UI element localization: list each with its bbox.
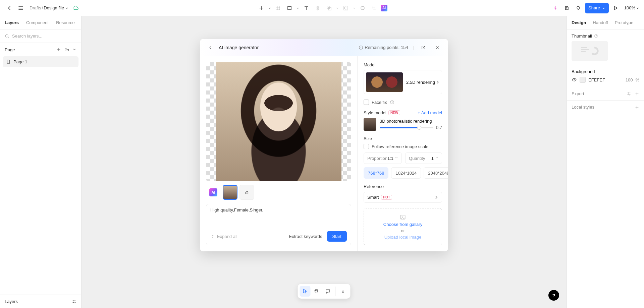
chevron-down-icon[interactable] <box>296 6 300 10</box>
chevron-down-icon[interactable] <box>338 286 348 297</box>
bg-opacity[interactable]: 100 <box>626 77 633 82</box>
image-icon <box>399 214 406 221</box>
pointer-tool[interactable] <box>300 286 311 297</box>
locked-variant-thumb[interactable] <box>239 185 254 200</box>
back-icon[interactable] <box>5 3 14 13</box>
frame-icon[interactable] <box>273 3 283 13</box>
zoom-control[interactable]: 100% <box>624 5 639 10</box>
help-fab[interactable]: ? <box>548 290 559 301</box>
model-selector[interactable]: 2.5D rendering <box>364 70 442 94</box>
reference-value: Smart <box>367 195 379 200</box>
tab-resource[interactable]: Resource <box>56 20 75 25</box>
circle-icon[interactable] <box>358 3 367 13</box>
eye-icon[interactable] <box>572 77 577 82</box>
image-variant-thumb[interactable] <box>223 185 237 200</box>
mask-icon[interactable] <box>341 3 351 13</box>
size-chip-1024[interactable]: 1024*1024 <box>391 167 421 179</box>
settings-icon[interactable] <box>72 299 76 304</box>
chevron-down-icon[interactable] <box>72 47 76 52</box>
page-item[interactable]: Page 1 <box>3 56 78 67</box>
bolt-icon[interactable] <box>551 3 560 13</box>
close-icon[interactable] <box>433 43 442 52</box>
bg-unit: % <box>635 77 639 82</box>
tab-handoff[interactable]: Handoff <box>593 20 608 25</box>
settings-icon[interactable] <box>627 91 631 96</box>
upload-local-link[interactable]: Upload local image <box>384 235 422 240</box>
tab-component[interactable]: Component <box>26 20 49 25</box>
svg-point-9 <box>74 302 75 303</box>
add-model-link[interactable]: + Add model <box>418 110 442 115</box>
proportion-label: Proportion <box>367 156 387 161</box>
reference-dropzone[interactable]: Choose from gallary or Upload local imag… <box>364 208 442 245</box>
svg-point-23 <box>629 94 630 95</box>
tab-prototype[interactable]: Prototype <box>615 20 634 25</box>
popout-icon[interactable] <box>419 43 428 52</box>
svg-rect-20 <box>581 51 586 52</box>
hand-tool[interactable] <box>311 286 322 297</box>
thumbnail-preview[interactable] <box>572 41 608 61</box>
reference-selector[interactable]: SmartHOT <box>364 192 442 203</box>
toolbar-tools: AI <box>257 3 387 13</box>
canvas[interactable]: AI image generator Remaining points: 154… <box>82 16 567 308</box>
export-icon[interactable] <box>562 3 572 13</box>
breadcrumb[interactable]: Drafts / Design file <box>30 5 69 10</box>
comment-tool[interactable] <box>323 286 333 297</box>
right-tabs: Design Handoff Prototype <box>567 16 644 29</box>
menu-icon[interactable] <box>16 3 25 13</box>
quantity-select[interactable]: Quantity1 <box>405 152 442 164</box>
prompt-box: Expand all Extract keywords Start <box>206 204 351 245</box>
bg-swatch[interactable] <box>580 77 586 83</box>
help-icon[interactable]: ? <box>594 34 598 38</box>
boolean-icon[interactable] <box>324 3 334 13</box>
plus-icon[interactable] <box>635 91 639 96</box>
svg-text:?: ? <box>391 101 393 104</box>
rectangle-icon[interactable] <box>285 3 294 13</box>
svg-rect-0 <box>288 6 291 10</box>
prompt-input[interactable] <box>210 207 347 221</box>
search-input[interactable] <box>12 34 76 39</box>
expand-all[interactable]: Expand all <box>210 234 237 239</box>
left-tabs: Layers Component Resource <box>0 16 81 29</box>
bg-hex[interactable]: EFEFEF <box>588 77 623 82</box>
remaining-points: Remaining points: 154 <box>359 45 408 50</box>
share-button[interactable]: Share <box>585 3 609 13</box>
style-model-row[interactable]: 3D photorealistic rendering 0.7 <box>364 118 442 131</box>
proportion-select[interactable]: Proportion1:1 <box>364 152 402 164</box>
face-fix-toggle[interactable]: Face fix ? <box>364 100 442 105</box>
chevron-right-icon <box>434 195 438 199</box>
folder-icon[interactable] <box>64 47 69 52</box>
bulb-icon[interactable] <box>574 3 583 13</box>
size-chip-768[interactable]: 768*768 <box>364 167 388 179</box>
choose-gallery-link[interactable]: Choose from gallary <box>383 222 422 227</box>
page-label: Page <box>5 47 15 52</box>
plus-icon[interactable] <box>56 47 61 52</box>
follow-scale-toggle[interactable]: Follow reference image scale <box>364 144 442 149</box>
start-button[interactable]: Start <box>327 231 347 242</box>
plus-icon[interactable] <box>635 105 639 110</box>
drop-or: or <box>401 228 405 233</box>
cloud-sync-icon[interactable] <box>71 3 80 13</box>
extract-keywords[interactable]: Extract keywords <box>287 234 324 239</box>
preview-image[interactable] <box>206 62 351 181</box>
svg-point-15 <box>402 217 403 218</box>
ai-variant-thumb[interactable]: AI <box>206 185 221 200</box>
tab-layers[interactable]: Layers <box>5 20 19 25</box>
svg-rect-19 <box>581 49 589 50</box>
style-thumb <box>364 118 376 131</box>
style-slider[interactable] <box>380 127 433 128</box>
ai-logo-icon[interactable]: AI <box>381 5 387 11</box>
search-icon <box>5 34 9 39</box>
play-icon[interactable] <box>611 3 620 13</box>
text-icon[interactable] <box>302 3 311 13</box>
crop-icon[interactable] <box>369 3 379 13</box>
page-icon <box>6 59 11 64</box>
component-icon[interactable] <box>313 3 322 13</box>
plus-icon[interactable] <box>257 3 266 13</box>
modal-title: AI image generator <box>219 45 259 50</box>
layer-search[interactable] <box>0 29 81 43</box>
size-chip-2048[interactable]: 2048*2048 <box>424 167 448 179</box>
tab-design[interactable]: Design <box>572 20 586 25</box>
help-icon[interactable]: ? <box>390 100 394 105</box>
chevron-down-icon[interactable] <box>268 6 271 10</box>
back-icon[interactable] <box>206 43 215 52</box>
